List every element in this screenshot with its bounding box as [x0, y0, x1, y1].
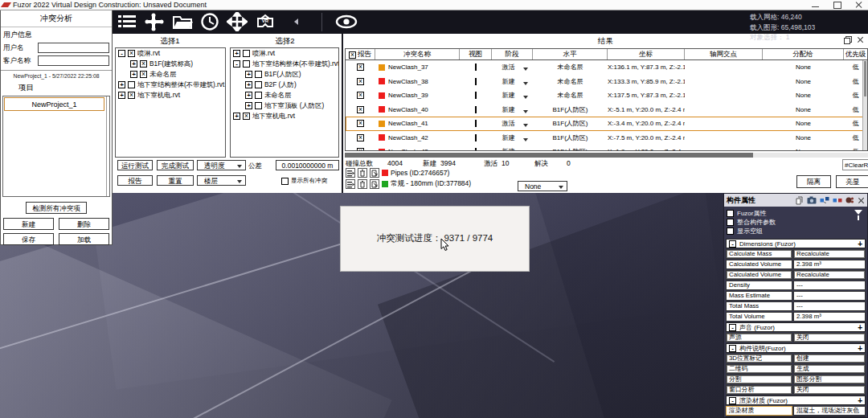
undock-panel-icon[interactable] — [844, 36, 851, 43]
collapse-chevron-icon[interactable] — [291, 18, 298, 25]
phase-dropdown[interactable]: 新建 — [492, 91, 533, 100]
assign-dropdown[interactable]: None — [518, 181, 567, 191]
expand-icon[interactable]: + — [245, 81, 252, 88]
delete-item-icon[interactable] — [358, 179, 367, 189]
new-button[interactable]: 新建 — [3, 218, 54, 230]
run-test-button[interactable]: 运行测试 — [117, 160, 153, 170]
clash-detection-icon[interactable] — [144, 12, 165, 31]
tolerance-input[interactable]: 0.0010000000 m — [276, 160, 339, 170]
tree-item[interactable]: + 地下室结构整体(不带建筑).rvt — [116, 80, 225, 90]
phase-dropdown[interactable]: 新建 — [492, 147, 533, 151]
compare-components-icon[interactable] — [833, 196, 842, 204]
expand-icon[interactable]: - — [118, 50, 125, 57]
toggle-button[interactable]: 关闭 — [793, 333, 866, 342]
load-button[interactable]: 加载 — [59, 233, 109, 245]
highlight-button[interactable]: 亮显 — [836, 175, 868, 188]
clash-row[interactable]: × NewClash_38 新建 未命名层 X:133.3 m, Y:85.9 … — [346, 75, 867, 89]
tree-item[interactable]: + × 地下室机电.rvt — [116, 90, 225, 100]
add-property-icon[interactable]: + — [858, 323, 862, 332]
selection2-tree[interactable]: + 喷淋.rvt - 地下室结构整体(不带建筑).rvt + B1F(人防区) … — [230, 47, 339, 158]
checkbox[interactable] — [255, 81, 262, 88]
view-checkbox[interactable] — [475, 148, 477, 151]
project-list-scrollbar[interactable] — [106, 96, 107, 196]
recalculate-button[interactable]: Recalculate — [793, 249, 866, 259]
checkbox[interactable] — [281, 178, 289, 185]
sync-components-icon[interactable] — [820, 196, 829, 204]
isolate-item-icon[interactable] — [346, 168, 355, 178]
clash-row-selected[interactable]: × NewClash_41 激活 B1F(人防区) X:-3.4 m, Y:20… — [346, 117, 867, 131]
expand-icon[interactable]: + — [245, 92, 252, 99]
paint-material-icon[interactable] — [845, 196, 854, 204]
username-input[interactable] — [38, 43, 109, 53]
checkbox[interactable]: × — [128, 92, 135, 99]
clash-row[interactable]: × NewClash_42 新建 B1F(人防区) X:-7.5 m, Y:20… — [346, 131, 867, 145]
phase-dropdown[interactable]: 新建 — [492, 105, 533, 114]
section-dimensions[interactable]: - Dimensions (Fuzor) + — [726, 239, 866, 248]
open-folder-icon[interactable] — [172, 13, 193, 31]
clash-row[interactable]: × NewClash_40 新建 B1F(人防区) X:-5.1 m, Y:20… — [346, 103, 867, 117]
expand-icon[interactable]: + — [130, 60, 137, 68]
clash-row[interactable]: × NewClash_39 新建 未命名层 X:137.5 m, Y:87.3 … — [346, 88, 867, 103]
section-component-notes[interactable]: - 构件说明(Fuzor) + — [726, 343, 866, 353]
toggle-button[interactable]: 关闭 — [793, 385, 866, 395]
history-clock-icon[interactable] — [200, 12, 219, 31]
split-button[interactable]: 图形分割 — [793, 375, 866, 384]
project-list[interactable]: NewProject_1 — [2, 96, 110, 197]
checkbox[interactable] — [255, 102, 262, 109]
copy-properties-icon[interactable] — [796, 196, 804, 205]
report-checkbox[interactable]: × — [357, 78, 364, 85]
eye-visibility-icon[interactable] — [334, 14, 358, 30]
delete-button[interactable]: 删除 — [59, 218, 109, 230]
checkbox[interactable]: × — [727, 210, 734, 217]
transparency-dropdown[interactable]: 透明度 — [197, 160, 246, 170]
checkbox[interactable] — [128, 81, 135, 88]
checkbox[interactable] — [255, 71, 262, 78]
checkbox[interactable]: × — [140, 60, 147, 68]
checkbox[interactable] — [243, 50, 250, 57]
create-button[interactable]: 创建 — [793, 354, 866, 363]
add-property-icon[interactable]: + — [858, 344, 862, 353]
filter-row[interactable]: × Fuzor属性 — [727, 209, 865, 218]
tree-item[interactable]: + × 未命名层 — [116, 69, 225, 80]
checkbox[interactable] — [243, 60, 250, 68]
client-name-input[interactable] — [38, 55, 109, 66]
expand-icon[interactable]: + — [233, 113, 240, 120]
clear-resolve-button[interactable]: #ClearResolve — [842, 159, 868, 170]
add-property-icon[interactable]: + — [858, 240, 862, 248]
report-checkbox[interactable]: × — [357, 64, 364, 71]
report-checkbox[interactable]: × — [357, 148, 364, 151]
checkbox[interactable] — [255, 92, 262, 99]
view-checkbox[interactable] — [475, 92, 477, 99]
checkbox[interactable]: × — [128, 50, 135, 57]
replace-item-icon[interactable] — [370, 179, 379, 189]
filter-funnel-icon[interactable] — [854, 210, 862, 219]
expand-icon[interactable]: + — [245, 71, 252, 78]
maximize-icon[interactable] — [833, 1, 841, 9]
tree-item[interactable]: + 未命名层 — [231, 90, 338, 100]
expand-icon[interactable]: - — [233, 60, 240, 68]
replace-item-icon[interactable] — [370, 168, 379, 178]
detect-all-clashes-button[interactable]: 检测所有冲突项 — [26, 202, 87, 214]
tree-item[interactable]: + 喷淋.rvt — [231, 48, 338, 59]
view-checkbox[interactable] — [475, 64, 477, 71]
checkbox[interactable]: × — [140, 71, 147, 78]
tree-item[interactable]: + B1F(人防区) — [231, 69, 338, 80]
phase-dropdown[interactable]: 新建 — [492, 133, 533, 142]
tree-item[interactable]: - 地下室结构整体(不带建筑).rvt — [231, 59, 338, 69]
report-all-checkbox[interactable]: × — [349, 51, 356, 59]
collapse-icon[interactable]: - — [729, 240, 736, 248]
finish-test-button[interactable]: 完成测试 — [157, 160, 194, 170]
filter-row[interactable]: 显示空组 — [727, 227, 865, 236]
phase-dropdown[interactable]: 激活 — [492, 63, 533, 72]
report-checkbox[interactable]: × — [357, 92, 364, 99]
collapse-icon[interactable]: - — [729, 324, 736, 331]
show-all-clashes-checkbox[interactable]: 显示所有冲突 — [281, 177, 327, 185]
report-checkbox[interactable]: × — [357, 106, 364, 113]
expand-icon[interactable]: + — [118, 81, 125, 88]
tree-item[interactable]: + B2F (人防) — [231, 80, 338, 90]
material-value[interactable]: 混凝土，现场浇注灰色 — [793, 406, 866, 416]
expand-icon[interactable]: + — [130, 71, 137, 78]
expand-icon[interactable]: + — [245, 102, 252, 109]
clash-row[interactable]: × NewClash_37 激活 未命名层 X:136.1 m, Y:87.3 … — [346, 60, 867, 75]
view-checkbox[interactable] — [475, 106, 477, 113]
